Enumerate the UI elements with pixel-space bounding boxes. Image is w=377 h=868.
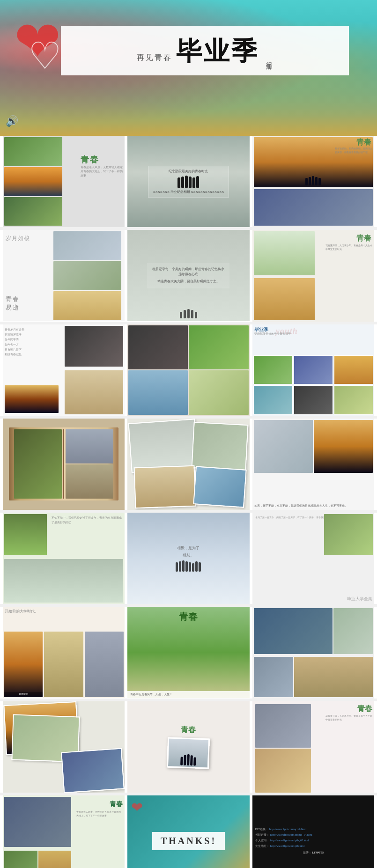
slide-row-8: 青春 青春是迷人风景，无数年轻人在这片青春的大地上，写下了不一样的故事 ❤ TH… xyxy=(0,795,377,868)
slide-12[interactable]: 如果，握手不能，点头不能，就让我们的目光对流,作为人生，也不可辜负。 xyxy=(252,419,374,510)
slide-15[interactable]: 拿到了第一份工作，拥有了第一套房子，有了第一个孩子，青春就这样在忙碌中悄悄流逝 … xyxy=(252,513,374,604)
slide-10[interactable] xyxy=(3,419,125,510)
slide15-label: 毕业大学全集 xyxy=(347,596,372,602)
slide-14[interactable]: 相聚，是为了 相别。 xyxy=(127,513,249,604)
slide16-cap1: 青春留念 xyxy=(4,692,43,696)
slide-row-6: 开始前的大学时代。 青春留念 青春 青春中行走着风华，人生，人生！ xyxy=(0,607,377,698)
slide21-title: 青春 xyxy=(357,704,372,714)
slide12-quote: 如果，握手不能，点头不能，就让我们的目光对流,作为人生，也不可辜负。 xyxy=(254,503,372,508)
blog-link[interactable]: http://www.lfppt.com/pptmb_14.html xyxy=(270,833,312,836)
slide-19[interactable] xyxy=(3,701,125,793)
slide-7[interactable]: 青春岁月有多美友谊情深似海当年同学情如今各一方只有照片留下那段青春记忆 xyxy=(3,324,125,416)
slide-23-thanks[interactable]: ❤ THANKS! xyxy=(127,795,249,868)
slide-6[interactable]: 青春 花有重开日，人无再少年。青春是每个人生命中最宝贵的时光 xyxy=(252,230,374,321)
slide4-title1: 岁月如梭 xyxy=(6,235,30,243)
slide22-title: 青春 xyxy=(110,800,123,809)
slide-9[interactable]: 毕业季 youth 记录那段美好的毕业青春日子 xyxy=(252,324,374,416)
ppt-link-label: PPT链接： xyxy=(255,827,268,831)
slide-row-3: 青春岁月有多美友谊情深似海当年同学情如今各一方只有照片留下那段青春记忆 毕业季 … xyxy=(0,324,377,416)
slide21-desc: 花有重开日，人无再少年。青春是每个人生命中最宝贵的时光 xyxy=(325,714,372,722)
slide17-title: 青春 xyxy=(127,611,249,623)
slide16-label: 开始前的大学时代。 xyxy=(5,609,38,614)
slide14-text1: 相聚，是为了 xyxy=(177,545,200,551)
slide6-desc: 花有重开日，人无再少年。青春是每个人生命中最宝贵的时光 xyxy=(325,244,372,251)
hero-title-box: 再见青春 毕业季 纪念册 xyxy=(61,26,349,75)
personal-link[interactable]: http://www.lfppt.com/pfb_67.html xyxy=(270,839,309,842)
slide17-desc: 青春中行走着风华，人生，人生！ xyxy=(127,691,249,698)
slide-16[interactable]: 开始前的大学时代。 青春留念 xyxy=(3,607,125,698)
slide2-text: 纪念那段最美好的青春时光 xyxy=(153,169,224,174)
weibo-name: LFPPT75 xyxy=(312,851,324,854)
personal-link-label: 个人空间： xyxy=(255,839,269,843)
slide-24-info[interactable]: PPT链接： http://www.lfppt.com/qcmb.html 投影… xyxy=(252,795,374,868)
slide-row-2: 岁月如梭 青春易逝 相册记录每一个美好的瞬间，那些青春的记忆将永远珍藏在心底 精… xyxy=(0,230,377,321)
blog-link-label: 投影链接： xyxy=(255,833,269,837)
slide3-title: 青春 xyxy=(356,138,371,147)
slide23-thanks: THANKS! xyxy=(161,836,216,846)
slide-18[interactable] xyxy=(252,607,374,698)
slide-11[interactable] xyxy=(127,419,249,510)
slide-row-4: 如果，握手不能，点头不能，就让我们的目光对流,作为人生，也不可辜负。 xyxy=(0,419,377,510)
slide-21[interactable]: 青春 花有重开日，人无再少年。青春是每个人生命中最宝贵的时光 xyxy=(252,701,374,793)
slide-row-5: 不知不觉中，我们已经走过了很多年，青春的点点滴滴成了最美好的回忆 相聚，是为了 … xyxy=(0,513,377,604)
ppt-link[interactable]: http://www.lfppt.com/qcmb.html xyxy=(269,828,306,831)
heart-decoration-small: ♡ xyxy=(28,37,62,75)
slide9-desc: 记录那段美好的毕业青春日子 xyxy=(254,332,291,336)
weibo-link[interactable]: http://www.lfppt.com/pfb.html xyxy=(270,845,305,847)
slide-20[interactable]: 青春 xyxy=(127,701,249,793)
slide1-title: 青春 xyxy=(81,154,123,165)
slide-row-7: 青春 青春 花有重开日，人无再少年。青春是每个人生命中最宝贵的时光 xyxy=(0,701,377,793)
slide22-desc: 青春是迷人风景，无数年轻人在这片青春的大地上，写下了不一样的故事 xyxy=(76,810,123,818)
slide-8[interactable] xyxy=(127,324,249,416)
slide4-title2: 青春易逝 xyxy=(6,295,20,312)
slide-3[interactable]: 青春 那年轻的脸，明亮的眼睛，充满活力的笑容，都是青春最美好的印记 xyxy=(252,136,374,227)
slide2-subtitle: XXXXXXX 毕业纪念相册 XXXXXXXXXXXXXX xyxy=(153,190,224,194)
hero-main-title: 毕业季 xyxy=(176,34,259,69)
slide-row-1: 青春 青春是迷人风景，无数年轻人在这片青春的大地上，写下了不一样的故事 纪念那段… xyxy=(0,136,377,227)
slide5-text: 相册记录每一个美好的瞬间，那些青春的记忆将永远珍藏在心底 xyxy=(151,267,226,277)
slide3-desc: 那年轻的脸，明亮的眼睛，充满活力的笑容，都是青春最美好的印记 xyxy=(335,147,372,154)
slide-2[interactable]: 纪念那段最美好的青春时光 XXXXXXX 毕业纪念相册 XXXXXXXXXXXX… xyxy=(127,136,249,227)
slide-1[interactable]: 青春 青春是迷人风景，无数年轻人在这片青春的大地上，写下了不一样的故事 xyxy=(3,136,125,227)
slide-22[interactable]: 青春 青春是迷人风景，无数年轻人在这片青春的大地上，写下了不一样的故事 xyxy=(3,795,125,868)
weibo-prefix: 微博： xyxy=(303,851,311,854)
hero-badge: 纪念册 xyxy=(265,57,273,60)
sound-icon[interactable]: 🔊 xyxy=(6,115,18,127)
hero-subtitle: 再见青春 xyxy=(137,53,172,63)
slide-13[interactable]: 不知不觉中，我们已经走过了很多年，青春的点点滴滴成了最美好的回忆 xyxy=(3,513,125,604)
slide20-title: 青春 xyxy=(167,725,209,735)
slide1-desc: 青春是迷人风景，无数年轻人在这片青春的大地上，写下了不一样的故事 xyxy=(81,165,123,178)
slide6-title: 青春 xyxy=(356,234,371,243)
slide-17[interactable]: 青春 青春中行走着风华，人生，人生！ xyxy=(127,607,249,698)
weibo-label: 先生地址： xyxy=(255,844,269,848)
hero-section: ❤ ♡ 再见青春 毕业季 纪念册 🔊 xyxy=(0,0,377,136)
slide13-text: 不知不觉中，我们已经走过了很多年，青春的点点滴滴成了最美好的回忆 xyxy=(50,514,123,554)
slide5-text2: 精选青春大美光阴，留住美好瞬间之寸土。 xyxy=(151,279,226,284)
slide-4[interactable]: 岁月如梭 青春易逝 xyxy=(3,230,125,321)
slide-5[interactable]: 相册记录每一个美好的瞬间，那些青春的记忆将永远珍藏在心底 精选青春大美光阴，留住… xyxy=(127,230,249,321)
slide14-text2: 相别。 xyxy=(183,552,194,558)
slide7-text: 青春岁月有多美友谊情深似海当年同学情如今各一方只有照片留下那段青春记忆 xyxy=(5,327,24,358)
